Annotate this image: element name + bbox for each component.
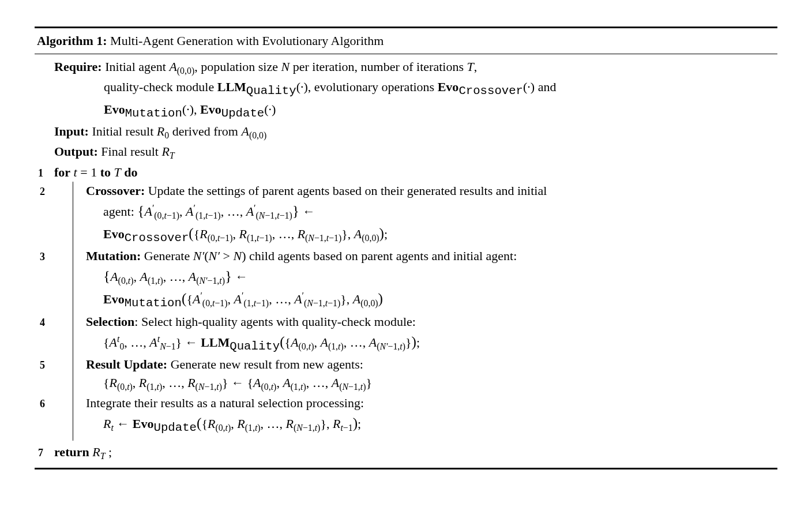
integrate-cont1: Rt ← EvoUpdate({R(0,t), R(1,t), …, R(N−1… [86, 412, 777, 437]
selection-colon: : [134, 314, 138, 329]
loop-body: 2 Crossover: Update the settings of pare… [73, 182, 777, 441]
result-update-label: Result Update: [86, 357, 167, 371]
algorithm-block: Algorithm 1: Multi-Agent Generation with… [35, 27, 777, 469]
lineno-1: 1 [38, 166, 43, 181]
output-line: Output: Final result RT [54, 142, 777, 163]
algorithm-label: Algorithm 1: [37, 33, 107, 48]
integrate-text: Integrate their results as a natural sel… [86, 396, 364, 410]
do-kw: do [124, 165, 137, 179]
require-label: Require: [54, 59, 102, 74]
selection-cont1: {At0, …, AtN−1} ← LLMQuality({A(0,t), A(… [86, 331, 777, 355]
algorithm-title: Multi-Agent Generation with Evolutionary… [110, 33, 384, 48]
crossover-cont2: EvoCrossover({R(0,t−1), R(1,t−1), …, R(N… [86, 223, 777, 247]
require-cont2: EvoMutation(·), EvoUpdate(·) [54, 100, 777, 122]
step-selection: 4 Selection: Select high-quality agents … [86, 313, 777, 331]
rule-top [35, 27, 777, 28]
step-mutation: 3 Mutation: Generate N′(N′ > N) child ag… [86, 247, 777, 265]
require-line: Require: Initial agent A(0,0), populatio… [54, 58, 777, 78]
mutation-cont1: {A(0,t), A(1,t), …, A(N′−1,t)} ← [86, 265, 777, 288]
step-result-update: 5 Result Update: Generate new result fro… [86, 355, 777, 374]
lineno-7: 7 [38, 445, 43, 460]
require-cont1: quality-check module LLMQuality(·), evol… [54, 78, 777, 100]
lineno-4: 4 [40, 315, 45, 330]
for-kw: for [54, 165, 70, 179]
selection-text: Select high-quality agents with quality-… [141, 314, 416, 329]
input-line: Input: Initial result R0 derived from A(… [54, 122, 777, 142]
step-crossover: 2 Crossover: Update the settings of pare… [86, 182, 777, 200]
lineno-2: 2 [40, 184, 45, 199]
input-label: Input: [54, 124, 89, 138]
result-update-cont1: {R(0,t), R(1,t), …, R(N−1,t)} ← {A(0,t),… [86, 374, 777, 394]
algorithm-title-line: Algorithm 1: Multi-Agent Generation with… [35, 31, 777, 51]
result-update-text: Generate new result from new agents: [171, 357, 363, 371]
lineno-5: 5 [40, 358, 45, 373]
algorithm-content: Require: Initial agent A(0,0), populatio… [35, 58, 777, 463]
step-integrate: 6 Integrate their results as a natural s… [86, 394, 777, 412]
output-label: Output: [54, 144, 98, 159]
crossover-label: Crossover: [86, 183, 145, 198]
lineno-6: 6 [40, 396, 45, 411]
rule-bottom [35, 468, 777, 469]
mutation-cont2: EvoMutation({A′(0,t−1), A′(1,t−1), …, A′… [86, 288, 777, 312]
for-line: 1 for t = 1 to T do [54, 163, 777, 182]
crossover-text: Update the settings of parent agents bas… [148, 183, 547, 198]
return-kw: return [54, 445, 89, 459]
lineno-3: 3 [40, 249, 45, 264]
crossover-cont1: agent: {A′(0,t−1), A′(1,t−1), …, A′(N−1,… [86, 200, 777, 223]
selection-label: Selection [86, 314, 134, 329]
return-line: 7 return RT ; [54, 443, 777, 463]
mutation-label: Mutation: [86, 249, 141, 263]
rule-after-title [35, 54, 777, 54]
